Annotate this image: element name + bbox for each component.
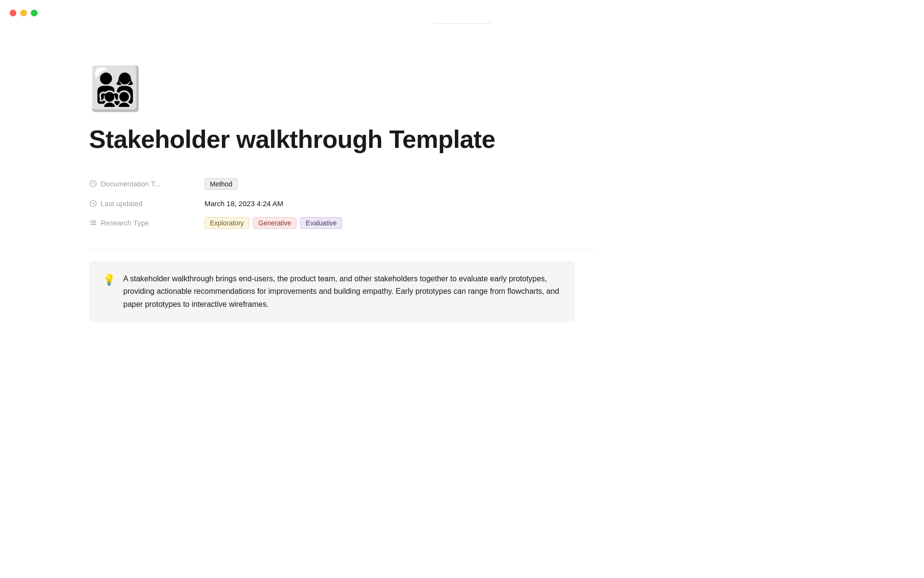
traffic-lights — [10, 10, 38, 16]
clock-icon — [89, 180, 97, 188]
close-button[interactable] — [10, 10, 16, 16]
maximize-button[interactable] — [31, 10, 38, 16]
clock-icon-2 — [89, 199, 97, 207]
property-label-last-updated-text: Last updated — [101, 199, 142, 208]
lightbulb-icon: 💡 — [103, 274, 116, 286]
property-value-research-type[interactable]: Exploratory Generative Evaluative — [205, 217, 342, 229]
property-label-documentation: Documentation T... — [89, 180, 205, 188]
main-content: 👨‍👩‍👧‍👦 Stakeholder walkthrough Template… — [89, 67, 594, 322]
method-tag[interactable]: Method — [205, 178, 238, 190]
svg-rect-2 — [90, 221, 91, 222]
property-value-last-updated[interactable]: March 18, 2023 4:24 AM — [205, 199, 283, 208]
callout-box: 💡 A stakeholder walkthrough brings end-u… — [89, 261, 575, 322]
generative-tag[interactable]: Generative — [253, 217, 296, 229]
page-title: Stakeholder walkthrough Template — [89, 125, 594, 154]
svg-rect-5 — [91, 223, 96, 223]
property-row-last-updated: Last updated March 18, 2023 4:24 AM — [89, 195, 594, 212]
section-divider — [89, 249, 594, 250]
svg-rect-3 — [91, 221, 96, 222]
evaluative-tag[interactable]: Evaluative — [300, 217, 342, 229]
top-divider — [433, 23, 491, 24]
property-label-documentation-text: Documentation T... — [101, 180, 161, 188]
property-label-research-type-text: Research Type — [101, 219, 149, 227]
minimize-button[interactable] — [20, 10, 27, 16]
property-row-research-type: Research Type Exploratory Generative Eva… — [89, 212, 594, 234]
property-row-documentation: Documentation T... Method — [89, 173, 594, 195]
page-icon: 👨‍👩‍👧‍👦 — [89, 67, 594, 110]
property-label-research-type: Research Type — [89, 219, 205, 227]
callout-text: A stakeholder walkthrough brings end-use… — [123, 273, 562, 311]
property-label-last-updated: Last updated — [89, 199, 205, 208]
property-value-documentation[interactable]: Method — [205, 178, 238, 190]
properties-section: Documentation T... Method Last updated M… — [89, 173, 594, 234]
svg-rect-7 — [91, 224, 96, 225]
svg-rect-4 — [90, 223, 91, 223]
list-icon — [89, 219, 97, 227]
last-updated-date: March 18, 2023 4:24 AM — [205, 199, 283, 208]
exploratory-tag[interactable]: Exploratory — [205, 217, 249, 229]
svg-rect-6 — [90, 224, 91, 225]
